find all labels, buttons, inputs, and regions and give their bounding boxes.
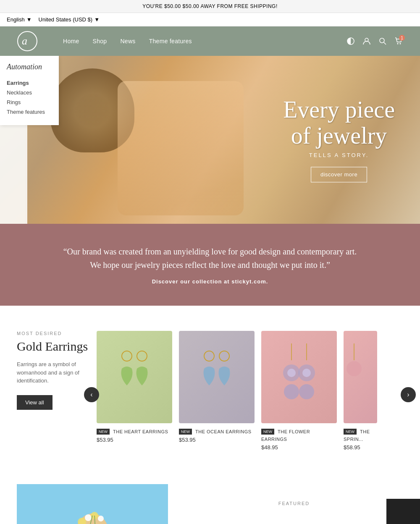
announcement-text: YOU'RE $50.00 $50.00 AWAY FROM FREE SHIP…	[142, 3, 278, 9]
region-label: United States (USD $)	[39, 16, 93, 23]
product-meta: NEW THE HEART EARRINGS $53.95	[97, 427, 172, 443]
announcement-bar: YOU'RE $50.00 $50.00 AWAY FROM FREE SHIP…	[0, 0, 420, 13]
hero-section: Automation Earrings Necklaces Rings Them…	[0, 56, 420, 224]
products-heading: Gold Earrings	[17, 339, 88, 354]
product-meta: NEW THE SPRIN... $58.95	[344, 427, 377, 451]
carousel-prev-button[interactable]: ‹	[84, 387, 99, 402]
bottom-image	[17, 484, 168, 524]
nav-news[interactable]: News	[120, 38, 135, 45]
product-name: THE OCEAN EARRINGS	[195, 429, 252, 434]
discover-more-button[interactable]: discover more	[311, 167, 367, 183]
hero-heading: Every piece of jewelry	[283, 97, 395, 149]
cart-count: 1	[399, 35, 405, 41]
product-image-heart[interactable]	[97, 331, 172, 423]
quote-section: “Our brand was created from an unyieldin…	[0, 224, 420, 306]
product-image-flower[interactable]	[261, 331, 337, 423]
products-description: Earrings are a symbol of womanhood and a…	[17, 360, 88, 385]
quote-cta: Discover our collection at stickyt.com.	[25, 278, 395, 285]
product-meta: NEW THE FLOWER EARRINGS $48.95	[261, 427, 337, 451]
product-price: $48.95	[261, 444, 337, 451]
svg-point-26	[85, 514, 92, 521]
region-selector[interactable]: United States (USD $) ▼	[39, 16, 100, 23]
products-section: ‹ MOST DESIRED Gold Earrings Earrings ar…	[0, 306, 420, 467]
dark-corner-block	[386, 499, 420, 524]
language-selector[interactable]: English ▼	[7, 16, 32, 23]
product-card: NEW THE OCEAN EARRINGS $53.95	[179, 331, 255, 451]
svg-point-19	[299, 384, 314, 399]
svg-point-4	[380, 38, 384, 43]
dropdown-item-earrings[interactable]: Earrings	[7, 78, 52, 88]
product-badge: NEW	[261, 429, 274, 435]
most-desired-label: MOST DESIRED	[17, 331, 88, 336]
theme-toggle-icon[interactable]	[346, 37, 355, 46]
view-all-button[interactable]: View all	[17, 395, 52, 410]
product-badge: NEW	[344, 429, 357, 435]
svg-point-21	[346, 361, 362, 376]
svg-point-7	[400, 43, 401, 45]
language-chevron-icon: ▼	[26, 16, 32, 23]
product-image-spring[interactable]	[344, 331, 377, 423]
svg-text:a: a	[22, 35, 27, 47]
svg-point-14	[287, 369, 296, 377]
product-card: NEW THE FLOWER EARRINGS $48.95	[261, 331, 337, 451]
svg-point-9	[137, 351, 147, 361]
svg-point-18	[302, 369, 311, 377]
product-image-ocean[interactable]	[179, 331, 255, 423]
svg-point-15	[284, 384, 299, 399]
products-carousel: NEW THE HEART EARRINGS $53.95 NEW THE OC…	[97, 331, 403, 451]
product-badge: NEW	[179, 429, 192, 435]
svg-point-6	[397, 43, 399, 45]
product-price: $53.95	[179, 437, 255, 443]
logo[interactable]: a	[17, 31, 38, 52]
svg-point-8	[122, 351, 132, 361]
region-chevron-icon: ▼	[94, 16, 100, 23]
carousel-next-button[interactable]: ›	[401, 387, 416, 402]
main-nav: Home Shop News Theme features	[63, 38, 346, 45]
product-card: NEW THE HEART EARRINGS $53.95	[97, 331, 172, 451]
dropdown-menu: Automation Earrings Necklaces Rings Them…	[0, 56, 59, 125]
product-meta: NEW THE OCEAN EARRINGS $53.95	[179, 427, 255, 443]
svg-point-28	[98, 516, 104, 521]
dropdown-item-rings[interactable]: Rings	[7, 97, 52, 107]
nav-home[interactable]: Home	[63, 38, 79, 45]
cart-icon[interactable]: 1	[394, 37, 403, 46]
search-icon[interactable]	[378, 37, 387, 46]
svg-point-11	[219, 351, 229, 361]
svg-line-5	[384, 42, 386, 45]
product-card: NEW THE SPRIN... $58.95	[344, 331, 377, 451]
nav-icons: 1	[346, 37, 403, 46]
product-price: $53.95	[97, 437, 172, 443]
dropdown-brand: Automation	[7, 63, 52, 71]
language-label: English	[7, 16, 25, 23]
svg-point-0	[18, 31, 37, 51]
product-badge: NEW	[97, 429, 110, 435]
account-icon[interactable]	[362, 37, 371, 46]
header: a Home Shop News Theme features	[0, 26, 420, 56]
nav-theme-features[interactable]: Theme features	[149, 38, 192, 45]
dropdown-item-theme-features[interactable]: Theme features	[7, 107, 52, 117]
hero-subtitle: TELLS A STORY.	[283, 152, 395, 159]
svg-point-10	[204, 351, 214, 361]
product-price: $58.95	[344, 444, 377, 451]
quote-text: “Our brand was created from an unyieldin…	[25, 245, 395, 272]
dropdown-item-necklaces[interactable]: Necklaces	[7, 88, 52, 97]
hero-text: Every piece of jewelry TELLS A STORY. di…	[283, 97, 395, 182]
bottom-section: FEATURED	[0, 467, 420, 524]
bottom-right: FEATURED	[185, 484, 403, 524]
featured-label: FEATURED	[185, 484, 403, 506]
person-shape	[118, 81, 244, 215]
product-name: THE HEART EARRINGS	[113, 429, 168, 434]
locale-bar: English ▼ United States (USD $) ▼	[0, 13, 420, 26]
nav-shop[interactable]: Shop	[93, 38, 107, 45]
